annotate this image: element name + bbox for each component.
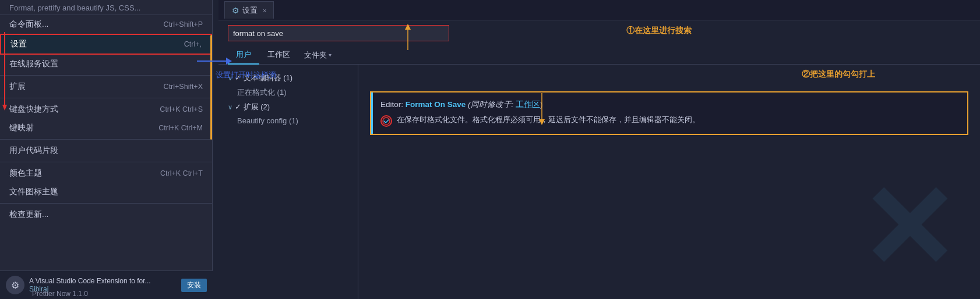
filter-tab-folder[interactable]: 文件夹 ▾ xyxy=(298,47,337,64)
callout-2: ②把这里的勾勾打上 xyxy=(802,69,875,80)
title-suffix: ) xyxy=(540,100,543,109)
menu-item-shortcut: Ctrl+Shift+X xyxy=(164,83,203,91)
menu-item-label: 键盘快捷方式 xyxy=(9,104,58,115)
tree-sub-formatting[interactable]: 正在格式化 (1) xyxy=(218,86,358,99)
tree-sub-beautify[interactable]: Beautify config (1) xyxy=(218,115,358,127)
tree-item-extensions[interactable]: ∨ ✓ 扩展 (2) xyxy=(218,99,358,115)
editor-setting-box: Editor: Format On Save (同时修改于: 工作区) 在保存时… xyxy=(370,91,968,135)
menu-item-label: 在线服务设置 xyxy=(9,59,58,69)
search-input-wrapper xyxy=(228,25,449,41)
menu-item-label: 命令面板... xyxy=(9,19,48,30)
menu-top-text: Format, prettify and beautify JS, CSS... xyxy=(0,0,212,15)
editor-prefix: Editor: xyxy=(380,100,406,109)
settings-panel: ⚙ 设置 × ①在这里进行搜索 用户 工作区 文件夹 ▾ ∨ ✓ 文本编辑器 (… xyxy=(218,0,980,299)
settings-tree: ∨ ✓ 文本编辑器 (1) 正在格式化 (1) ∨ ✓ 扩展 (2) Beaut… xyxy=(218,65,358,299)
menu-divider-2 xyxy=(0,98,212,98)
format-on-save-label: Format On Save xyxy=(406,100,466,109)
search-bar-area xyxy=(218,20,980,46)
chevron-down-icon: ▾ xyxy=(329,52,332,58)
menu-divider-4 xyxy=(0,162,212,162)
settings-tab-icon: ⚙ xyxy=(232,6,239,15)
filter-tabs: 用户 工作区 文件夹 ▾ xyxy=(218,46,980,65)
menu-item-shortcut: Ctrl+K Ctrl+S xyxy=(160,105,203,113)
folder-label: 文件夹 xyxy=(304,50,327,60)
filter-tab-workspace[interactable]: 工作区 xyxy=(259,46,298,65)
arrow-icon: ∨ xyxy=(228,104,232,111)
setting-description: 在保存时格式化文件。格式化程序必须可用，延迟后文件不能保存，并且编辑器不能关闭。 xyxy=(397,115,700,125)
menu-divider-3 xyxy=(0,139,212,140)
gear-icon: ⚙ xyxy=(6,276,24,294)
menu-item-shortcut: Ctrl+Shift+P xyxy=(164,20,203,29)
menu-item-label: 检查更新... xyxy=(9,209,48,220)
menu-item-online[interactable]: 在线服务设置 xyxy=(0,55,212,73)
checkbox-icon[interactable] xyxy=(380,115,392,127)
menu-item-label: 扩展 xyxy=(9,81,26,92)
menu-panel: Format, prettify and beautify JS, CSS...… xyxy=(0,0,213,299)
tree-item-text-editor[interactable]: ∨ ✓ 文本编辑器 (1) xyxy=(218,70,358,86)
settings-detail: ②把这里的勾勾打上 Editor: Format On Save (同时修改于:… xyxy=(358,65,980,299)
menu-item-shortcut: Ctrl+K Ctrl+M xyxy=(158,124,203,132)
settings-tab[interactable]: ⚙ 设置 × xyxy=(224,1,274,19)
workarea-label: 工作区 xyxy=(516,100,540,109)
filter-tab-user[interactable]: 用户 xyxy=(228,46,259,65)
settings-content: ∨ ✓ 文本编辑器 (1) 正在格式化 (1) ∨ ✓ 扩展 (2) Beaut… xyxy=(218,65,980,299)
prettier-label: Prettier Now 1.1.0 xyxy=(32,290,88,298)
settings-tabbar: ⚙ 设置 × xyxy=(218,0,980,20)
menu-item-shortcut: Ctrl+K Ctrl+T xyxy=(160,169,203,177)
extension-title: A Visual Studio Code Extension to for... xyxy=(29,277,177,285)
menu-scrollbar[interactable] xyxy=(210,35,212,140)
menu-item-label: 颜色主题 xyxy=(9,168,42,179)
install-button[interactable]: 安装 xyxy=(181,279,207,292)
menu-item-label: 设置 xyxy=(10,39,27,49)
menu-divider-5 xyxy=(0,203,212,204)
tab-close-icon[interactable]: × xyxy=(263,7,266,14)
menu-item-command[interactable]: 命令面板... Ctrl+Shift+P xyxy=(0,15,212,34)
editor-setting-title: Editor: Format On Save (同时修改于: 工作区) xyxy=(380,99,958,110)
menu-item-keymaps[interactable]: 键映射 Ctrl+K Ctrl+M xyxy=(0,119,212,137)
menu-item-label: 文件图标主题 xyxy=(9,187,58,197)
menu-item-settings[interactable]: 设置 Ctrl+, xyxy=(0,34,212,55)
watermark: ✕ xyxy=(859,171,957,287)
menu-item-fileicons[interactable]: 文件图标主题 xyxy=(0,183,212,201)
tree-item-label: ✓ 文本编辑器 (1) xyxy=(235,73,292,83)
editor-setting-desc: 在保存时格式化文件。格式化程序必须可用，延迟后文件不能保存，并且编辑器不能关闭。 xyxy=(380,115,958,127)
checkmark-svg xyxy=(382,117,390,125)
menu-divider-1 xyxy=(0,75,212,76)
arrow-icon: ∨ xyxy=(228,74,232,82)
menu-item-keyboard[interactable]: 键盘快捷方式 Ctrl+K Ctrl+S xyxy=(0,100,212,119)
menu-item-label: 键映射 xyxy=(9,123,34,133)
menu-item-label: 用户代码片段 xyxy=(9,145,58,156)
menu-item-snippets[interactable]: 用户代码片段 xyxy=(0,141,212,160)
italic-label: (同时修改于: xyxy=(466,100,516,109)
tree-item-label: ✓ 扩展 (2) xyxy=(235,102,270,112)
search-input[interactable] xyxy=(228,25,449,41)
settings-tab-label: 设置 xyxy=(242,5,258,16)
menu-item-shortcut: Ctrl+, xyxy=(184,40,202,48)
menu-item-color[interactable]: 颜色主题 Ctrl+K Ctrl+T xyxy=(0,164,212,183)
menu-item-checkupdate[interactable]: 检查更新... xyxy=(0,205,212,224)
menu-item-extensions[interactable]: 扩展 Ctrl+Shift+X xyxy=(0,77,212,96)
